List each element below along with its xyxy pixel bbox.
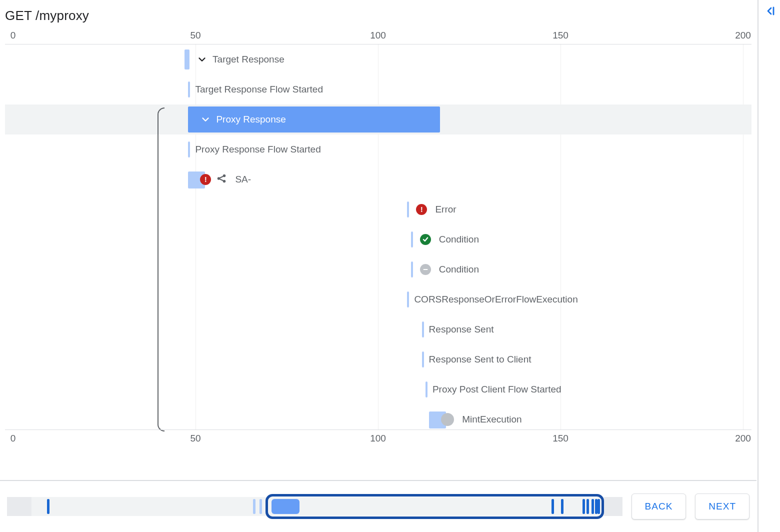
gantt-row-condition-skip[interactable]: Condition <box>5 254 752 284</box>
minimap-viewport[interactable] <box>266 494 604 519</box>
axis-bottom: 050100150200 <box>5 430 752 446</box>
axis-tick: 150 <box>552 30 568 41</box>
row-label: Error <box>435 204 456 215</box>
next-button[interactable]: NEXT <box>695 494 750 520</box>
chevron-down-icon[interactable] <box>200 114 211 125</box>
event-marker <box>422 322 424 338</box>
row-label: Proxy Post Client Flow Started <box>432 384 562 395</box>
gantt-row-condition-ok[interactable]: Condition <box>5 224 752 254</box>
svg-point-1 <box>218 177 220 180</box>
back-button[interactable]: BACK <box>632 494 686 520</box>
event-marker <box>188 82 190 98</box>
page-title: GET /myproxy <box>0 0 756 28</box>
axis-tick: 0 <box>10 433 16 444</box>
row-label: Target Response Flow Started <box>195 84 323 95</box>
gantt-plot[interactable]: Target ResponseTarget Response Flow Star… <box>5 44 752 430</box>
axis-tick: 50 <box>190 30 200 41</box>
axis-tick: 200 <box>735 433 751 444</box>
event-marker <box>422 352 424 368</box>
gantt-row-error[interactable]: !Error <box>5 194 752 224</box>
axis-tick: 100 <box>370 30 386 41</box>
row-label: SA- <box>235 174 251 185</box>
gantt-row-cors-flow[interactable]: CORSResponseOrErrorFlowExecution <box>5 284 752 314</box>
event-marker <box>407 292 409 308</box>
gantt-row-sa-policy[interactable]: !SA- <box>5 164 752 194</box>
row-label: Proxy Response Flow Started <box>195 144 320 155</box>
row-label: Condition <box>439 264 479 275</box>
axis-top: 050100150200 <box>5 28 752 44</box>
footer: BACK NEXT <box>0 480 756 532</box>
row-label: Proxy Response <box>216 114 286 125</box>
axis-tick: 0 <box>10 30 16 41</box>
event-marker <box>426 382 428 398</box>
error-icon: ! <box>200 174 211 185</box>
minimap[interactable] <box>7 497 622 516</box>
gantt-chart: 050100150200 Target ResponseTarget Respo… <box>5 28 752 446</box>
collapse-panel-icon[interactable] <box>764 5 776 19</box>
chevron-down-icon[interactable] <box>196 54 208 65</box>
axis-tick: 50 <box>190 433 200 444</box>
row-label: CORSResponseOrErrorFlowExecution <box>414 294 578 305</box>
error-icon: ! <box>416 204 427 215</box>
axis-tick: 150 <box>552 433 568 444</box>
row-label: Condition <box>439 234 479 245</box>
axis-tick: 100 <box>370 433 386 444</box>
svg-point-2 <box>223 174 226 177</box>
row-label: Response Sent <box>429 324 494 335</box>
gantt-row-response-sent-client[interactable]: Response Sent to Client <box>5 344 752 374</box>
axis-tick: 200 <box>735 30 751 41</box>
skipped-icon <box>420 264 431 275</box>
svg-point-3 <box>223 180 226 182</box>
row-label: MintExecution <box>462 414 522 425</box>
gantt-bar <box>184 50 190 70</box>
row-label: Target Response <box>212 54 284 65</box>
success-icon <box>420 234 431 245</box>
shared-flow-icon <box>216 173 227 186</box>
right-rail <box>758 0 780 532</box>
event-marker <box>188 142 190 158</box>
gantt-row-proxy-response[interactable]: Proxy Response <box>5 104 752 134</box>
group-bracket <box>158 108 164 432</box>
gantt-row-target-resp-flow[interactable]: Target Response Flow Started <box>5 74 752 104</box>
gantt-row-proxy-post-client[interactable]: Proxy Post Client Flow Started <box>5 374 752 404</box>
gantt-row-proxy-resp-flow[interactable]: Proxy Response Flow Started <box>5 134 752 164</box>
gantt-row-target-response[interactable]: Target Response <box>5 44 752 74</box>
skipped-icon <box>441 413 454 426</box>
gantt-row-response-sent[interactable]: Response Sent <box>5 314 752 344</box>
row-label: Response Sent to Client <box>429 354 532 365</box>
